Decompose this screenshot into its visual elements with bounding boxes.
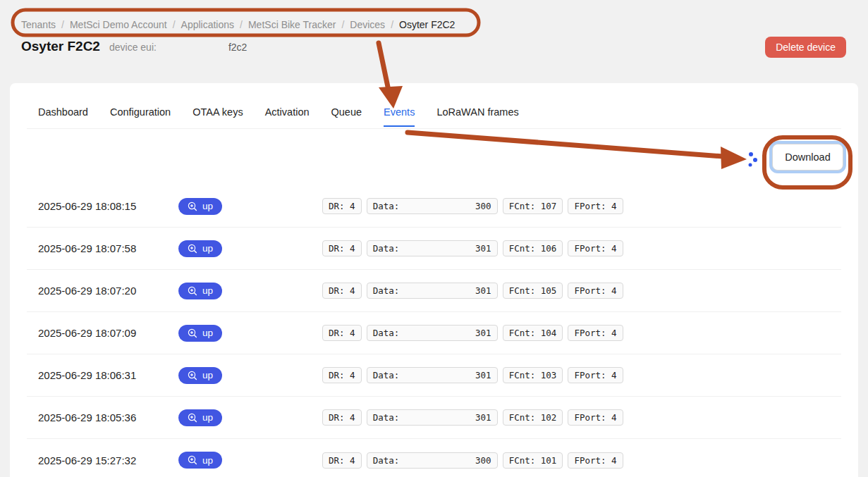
breadcrumb-item-tenants[interactable]: Tenants bbox=[21, 19, 56, 30]
delete-device-button[interactable]: Delete device bbox=[765, 37, 846, 58]
breadcrumb-item-current-device: Osyter F2C2 bbox=[399, 19, 455, 30]
breadcrumb-separator: / bbox=[391, 19, 393, 30]
event-up-badge[interactable]: up bbox=[178, 452, 222, 469]
event-type-label: up bbox=[202, 455, 213, 466]
breadcrumb-separator: / bbox=[240, 19, 243, 30]
breadcrumb-separator: / bbox=[61, 19, 64, 30]
download-button[interactable]: Download bbox=[772, 144, 843, 171]
zoom-in-icon bbox=[188, 286, 197, 296]
device-eui-label: device eui: bbox=[109, 42, 157, 53]
tab-otaa-keys[interactable]: OTAA keys bbox=[192, 106, 243, 127]
tag-data: Data:301 bbox=[367, 325, 498, 341]
breadcrumb-item-applications[interactable]: Applications bbox=[181, 19, 235, 30]
tag-fport: FPort: 4 bbox=[568, 198, 623, 214]
zoom-in-icon bbox=[188, 455, 197, 465]
tag-fport: FPort: 4 bbox=[568, 452, 623, 469]
events-list: 2025-06-29 18:08:15 up DR: 4 Data:300 FC… bbox=[10, 185, 858, 477]
event-timestamp: 2025-06-29 18:07:58 bbox=[38, 242, 178, 254]
tag-fport: FPort: 4 bbox=[568, 409, 623, 426]
event-row: 2025-06-29 18:07:09 up DR: 4 Data:301 FC… bbox=[27, 312, 841, 354]
zoom-in-icon bbox=[188, 244, 197, 254]
tag-fport: FPort: 4 bbox=[568, 240, 623, 256]
event-row: 2025-06-29 18:05:36 up DR: 4 Data:301 FC… bbox=[27, 397, 841, 439]
tab-queue[interactable]: Queue bbox=[331, 106, 362, 127]
device-header: Osyter F2C2 device eui: f2c2 bbox=[21, 39, 247, 54]
event-timestamp: 2025-06-29 15:27:32 bbox=[38, 454, 178, 466]
tab-lorawan-frames[interactable]: LoRaWAN frames bbox=[436, 106, 518, 127]
zoom-in-icon bbox=[188, 413, 197, 423]
tag-dr: DR: 4 bbox=[322, 452, 362, 469]
tag-fcnt: FCnt: 106 bbox=[503, 240, 563, 256]
tag-fcnt: FCnt: 102 bbox=[503, 409, 563, 426]
breadcrumb-item-devices[interactable]: Devices bbox=[350, 19, 385, 30]
tag-dr: DR: 4 bbox=[322, 367, 362, 383]
event-timestamp: 2025-06-29 18:07:20 bbox=[38, 285, 178, 297]
device-eui-value: f2c2 bbox=[228, 42, 247, 53]
tag-fport: FPort: 4 bbox=[568, 325, 623, 341]
tab-configuration[interactable]: Configuration bbox=[110, 106, 171, 127]
event-up-badge[interactable]: up bbox=[178, 240, 222, 257]
event-up-badge[interactable]: up bbox=[178, 409, 222, 426]
breadcrumb-separator: / bbox=[173, 19, 176, 30]
tag-fcnt: FCnt: 105 bbox=[503, 283, 563, 299]
event-type-label: up bbox=[202, 370, 213, 380]
event-type-label: up bbox=[202, 328, 213, 338]
page-title: Osyter F2C2 bbox=[21, 39, 100, 54]
event-timestamp: 2025-06-29 18:08:15 bbox=[38, 200, 178, 212]
event-type-label: up bbox=[202, 412, 213, 423]
tag-data: Data:300 bbox=[367, 198, 498, 214]
tab-dashboard[interactable]: Dashboard bbox=[38, 106, 88, 127]
tag-dr: DR: 4 bbox=[322, 198, 362, 214]
zoom-in-icon bbox=[188, 202, 197, 211]
event-up-badge[interactable]: up bbox=[178, 198, 222, 215]
device-card: Dashboard Configuration OTAA keys Activa… bbox=[10, 83, 858, 477]
tag-data: Data:301 bbox=[367, 283, 498, 299]
tag-dr: DR: 4 bbox=[322, 283, 362, 299]
tag-data: Data:301 bbox=[367, 240, 498, 256]
tag-data: Data:300 bbox=[367, 452, 498, 469]
event-timestamp: 2025-06-29 18:05:36 bbox=[38, 411, 178, 423]
tag-fcnt: FCnt: 107 bbox=[503, 198, 563, 214]
breadcrumb-item-tenant-name[interactable]: MetSci Demo Account bbox=[70, 19, 167, 30]
zoom-in-icon bbox=[188, 328, 197, 338]
event-timestamp: 2025-06-29 18:06:31 bbox=[38, 369, 178, 381]
device-tabs: Dashboard Configuration OTAA keys Activa… bbox=[10, 83, 858, 127]
tag-fport: FPort: 4 bbox=[568, 283, 623, 299]
tag-dr: DR: 4 bbox=[322, 409, 362, 426]
event-row: 2025-06-29 18:07:20 up DR: 4 Data:301 FC… bbox=[27, 270, 841, 312]
breadcrumb-item-application-name[interactable]: MetSci Bike Tracker bbox=[248, 19, 336, 30]
event-type-label: up bbox=[202, 285, 213, 296]
event-up-badge[interactable]: up bbox=[178, 283, 222, 299]
tag-data: Data:301 bbox=[367, 367, 498, 383]
breadcrumb-separator: / bbox=[341, 19, 344, 30]
tag-fcnt: FCnt: 104 bbox=[503, 325, 563, 341]
tag-fcnt: FCnt: 101 bbox=[503, 452, 563, 469]
event-row: 2025-06-29 15:27:32 up DR: 4 Data:300 FC… bbox=[27, 439, 841, 477]
tag-dr: DR: 4 bbox=[322, 240, 362, 256]
tab-events[interactable]: Events bbox=[384, 106, 415, 127]
tag-data: Data:301 bbox=[367, 409, 498, 426]
events-toolbar: Download bbox=[10, 129, 858, 185]
event-up-badge[interactable]: up bbox=[178, 367, 222, 384]
event-type-label: up bbox=[202, 201, 213, 211]
tag-fport: FPort: 4 bbox=[568, 367, 623, 383]
event-type-label: up bbox=[202, 243, 213, 254]
event-row: 2025-06-29 18:06:31 up DR: 4 Data:301 FC… bbox=[27, 354, 841, 397]
event-timestamp: 2025-06-29 18:07:09 bbox=[38, 327, 178, 339]
tag-dr: DR: 4 bbox=[322, 325, 362, 341]
breadcrumb: Tenants / MetSci Demo Account / Applicat… bbox=[21, 19, 455, 30]
event-up-badge[interactable]: up bbox=[178, 325, 222, 342]
zoom-in-icon bbox=[188, 371, 197, 380]
event-row: 2025-06-29 18:07:58 up DR: 4 Data:301 FC… bbox=[27, 228, 841, 270]
tab-activation[interactable]: Activation bbox=[265, 106, 310, 127]
tag-fcnt: FCnt: 103 bbox=[503, 367, 563, 383]
event-row: 2025-06-29 18:08:15 up DR: 4 Data:300 FC… bbox=[27, 185, 841, 228]
